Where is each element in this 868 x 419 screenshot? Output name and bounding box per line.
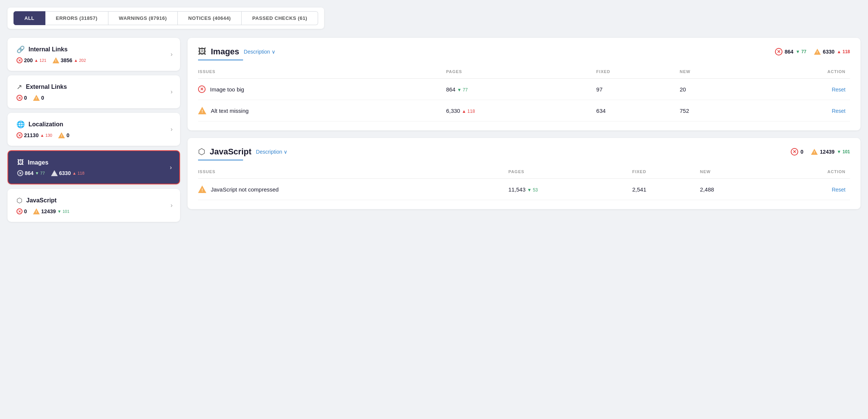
error-circle-icon: ✕ [198, 85, 206, 93]
col-issues: ISSUES [198, 166, 508, 179]
javascript-title: JavaScript [26, 197, 57, 204]
tab-warnings[interactable]: WARNINGS (87916) [108, 11, 178, 25]
sidebar: 🔗 Internal Links ✕ 200 ▲ 121 ! 3856 [8, 38, 180, 222]
issue-cell: ✕ Image too big [198, 79, 446, 100]
images-error-stat: ✕ 864 ▼ 77 [17, 170, 45, 176]
localization-error-count: 21130 [24, 132, 39, 138]
sidebar-item-internal-links[interactable]: 🔗 Internal Links ✕ 200 ▲ 121 ! 3856 [8, 38, 180, 71]
pages-count: 11,543 [508, 186, 526, 193]
globe-icon: 🌐 [17, 120, 25, 129]
sidebar-item-images[interactable]: 🖼 Images ✕ 864 ▼ 77 ! 6330 [8, 150, 180, 184]
pages-cell: 864 ▼ 77 [446, 79, 596, 100]
javascript-warning-stat: ! 12439 ▼ 101 [33, 208, 69, 214]
chevron-right-icon: › [171, 88, 173, 95]
tab-all[interactable]: ALL [14, 11, 45, 25]
external-links-title: External Links [26, 84, 67, 90]
new-cell: 752 [680, 100, 748, 121]
col-new: NEW [680, 66, 748, 79]
localization-warning-stat: ! 0 [58, 132, 69, 138]
reset-button[interactable]: Reset [832, 108, 845, 114]
reset-button[interactable]: Reset [832, 87, 845, 93]
javascript-title-group: ⬡ JavaScript Description ∨ [198, 147, 783, 157]
images-error-trend: ▼ 77 [35, 171, 45, 175]
error-circle-icon: ✕ [17, 57, 23, 63]
table-header-row: ISSUES PAGES FIXED NEW ACTION [198, 166, 850, 179]
warning-triangle-icon: ! [198, 186, 206, 193]
internal-links-error-count: 200 [24, 57, 33, 63]
card-header-images: 🖼 Images [17, 159, 170, 166]
javascript-panel-title: JavaScript [210, 147, 251, 157]
javascript-panel-icon: ⬡ [198, 147, 205, 157]
javascript-header-error: ✕ 0 [791, 148, 803, 156]
javascript-header-warning-trend: ▼ 101 [837, 149, 850, 154]
external-links-error-stat: ✕ 0 [17, 95, 27, 101]
action-cell: Reset [748, 100, 850, 121]
images-warning-count: 6330 [59, 170, 71, 176]
issue-cell: ! JavaScript not compressed [198, 179, 508, 200]
javascript-header-warning-count: 12439 [820, 149, 835, 155]
images-header-warning-trend: ▲ 118 [837, 49, 850, 54]
javascript-warning-count: 12439 [41, 208, 56, 214]
images-title-group: 🖼 Images Description ∨ [198, 47, 767, 57]
images-issues-table: ISSUES PAGES FIXED NEW ACTION ✕ [198, 66, 850, 121]
reset-button[interactable]: Reset [832, 187, 845, 193]
card-header-localization: 🌐 Localization [17, 120, 171, 129]
images-header-error: ✕ 864 ▼ 77 [775, 48, 806, 55]
javascript-stats: ✕ 0 ! 12439 ▼ 101 [17, 208, 171, 214]
error-circle-icon: ✕ [17, 95, 23, 101]
issue-name: JavaScript not compressed [211, 186, 279, 193]
images-panel-header: 🖼 Images Description ∨ ✕ 864 ▼ 77 [198, 47, 850, 57]
col-action: ACTION [748, 66, 850, 79]
images-panel-title: Images [211, 47, 239, 57]
javascript-description-link[interactable]: Description ∨ [256, 149, 287, 155]
images-header-error-trend: ▼ 77 [796, 49, 806, 54]
images-warning-trend: ▲ 118 [72, 171, 84, 175]
internal-links-warning-stat: ! 3856 ▲ 202 [53, 57, 86, 63]
chevron-right-icon: › [171, 51, 173, 58]
card-header-javascript: ⬡ JavaScript [17, 196, 171, 205]
javascript-header-error-count: 0 [800, 149, 803, 155]
warning-triangle-icon: ! [814, 49, 821, 55]
col-fixed: FIXED [596, 66, 680, 79]
pages-count: 864 [446, 86, 455, 93]
images-header-warning-count: 6330 [823, 49, 835, 55]
pages-cell: 11,543 ▼ 53 [508, 179, 632, 200]
col-pages: PAGES [446, 66, 596, 79]
javascript-warning-trend: ▼ 101 [57, 209, 69, 214]
error-circle-icon: ✕ [17, 170, 23, 176]
images-description-link[interactable]: Description ∨ [244, 49, 275, 55]
fixed-cell: 2,541 [632, 179, 700, 200]
chevron-down-icon: ∨ [272, 49, 275, 55]
action-cell: Reset [768, 179, 850, 200]
col-issues: ISSUES [198, 66, 446, 79]
pages-count: 6,330 [446, 108, 460, 114]
javascript-detail-panel: ⬡ JavaScript Description ∨ ✕ 0 [188, 138, 860, 209]
error-circle-icon: ✕ [775, 48, 782, 55]
pages-trend: ▼ 77 [457, 87, 468, 93]
sidebar-item-javascript[interactable]: ⬡ JavaScript ✕ 0 ! 12439 ▼ 101 [8, 189, 180, 222]
chevron-right-icon: › [171, 126, 173, 133]
issue-name: Image too big [210, 86, 244, 93]
sidebar-item-external-links[interactable]: ↗ External Links ✕ 0 ! 0 [8, 75, 180, 108]
pages-trend: ▲ 118 [462, 109, 475, 114]
table-header-row: ISSUES PAGES FIXED NEW ACTION [198, 66, 850, 79]
warning-triangle-icon: ! [51, 170, 58, 176]
images-error-count: 864 [25, 170, 33, 176]
internal-links-error-trend: ▲ 121 [34, 58, 46, 63]
new-cell: 2,488 [700, 179, 768, 200]
card-header-external-links: ↗ External Links [17, 83, 171, 91]
external-links-warning-stat: ! 0 [33, 95, 44, 101]
chevron-right-icon: › [170, 164, 172, 171]
col-new: NEW [700, 166, 768, 179]
warning-triangle-icon: ! [198, 107, 206, 114]
javascript-issues-table: ISSUES PAGES FIXED NEW ACTION [198, 166, 850, 200]
tab-notices[interactable]: NOTICES (40644) [178, 11, 242, 25]
localization-stats: ✕ 21130 ▲ 130 ! 0 [17, 132, 171, 138]
sidebar-item-localization[interactable]: 🌐 Localization ✕ 21130 ▲ 130 ! 0 [8, 113, 180, 146]
javascript-header-stats: ✕ 0 ! 12439 ▼ 101 [791, 148, 850, 156]
images-divider [198, 60, 243, 60]
table-row: ✕ Image too big 864 ▼ 77 97 20 [198, 79, 850, 100]
tab-errors[interactable]: ERRORS (31857) [45, 11, 108, 25]
tab-passed[interactable]: PASSED CHECKS (61) [242, 11, 318, 25]
main-layout: 🔗 Internal Links ✕ 200 ▲ 121 ! 3856 [8, 38, 860, 222]
